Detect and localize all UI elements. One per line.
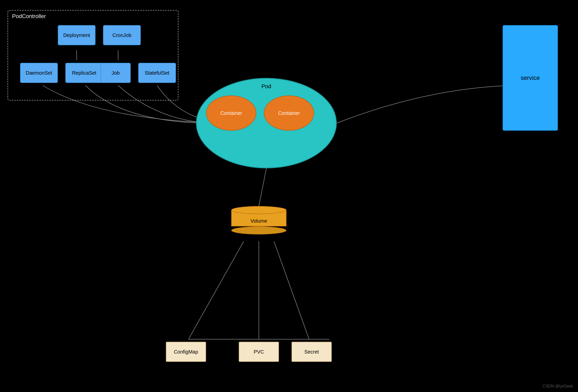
cronjob-box: CronJob xyxy=(103,25,141,45)
service-box: service xyxy=(503,25,558,131)
deployment-label: Deployment xyxy=(63,32,90,38)
job-box: Job xyxy=(101,63,131,83)
statefulset-label: StatefulSet xyxy=(145,70,169,76)
volume-bottom xyxy=(231,226,286,234)
deployment-box: Deployment xyxy=(58,25,95,45)
pod-controller-label: PodController xyxy=(12,13,46,20)
replicaset-label: ReplicaSet xyxy=(72,70,97,76)
pvc-label: PVC xyxy=(254,349,264,355)
container1-label: Container xyxy=(220,110,242,116)
replicaset-box: ReplicaSet xyxy=(65,63,103,83)
pod-label: Pod xyxy=(261,83,271,90)
pod-controller-box: PodController xyxy=(8,10,178,101)
job-label: Job xyxy=(112,70,120,76)
statefulset-box: StatefulSet xyxy=(138,63,176,83)
volume-top xyxy=(231,206,286,214)
container2-ellipse: Container xyxy=(264,95,314,131)
svg-line-2 xyxy=(259,168,266,206)
watermark: CSDN @lyrGeek xyxy=(543,384,573,388)
configmap-label: ConfigMap xyxy=(174,349,198,355)
container2-label: Container xyxy=(278,110,300,116)
daemonset-label: DaemonSet xyxy=(26,70,52,76)
service-label: service xyxy=(521,74,540,81)
secret-label: Secret xyxy=(304,349,319,355)
cronjob-label: CronJob xyxy=(112,32,131,38)
svg-line-3 xyxy=(188,241,244,339)
secret-box: Secret xyxy=(292,342,332,362)
volume-cylinder: Volume xyxy=(231,206,286,239)
pvc-box: PVC xyxy=(239,342,279,362)
volume-label: Volume xyxy=(251,218,267,224)
svg-line-5 xyxy=(274,241,309,339)
daemonset-box: DaemonSet xyxy=(20,63,58,83)
container1-ellipse: Container xyxy=(206,95,256,131)
configmap-box: ConfigMap xyxy=(166,342,206,362)
